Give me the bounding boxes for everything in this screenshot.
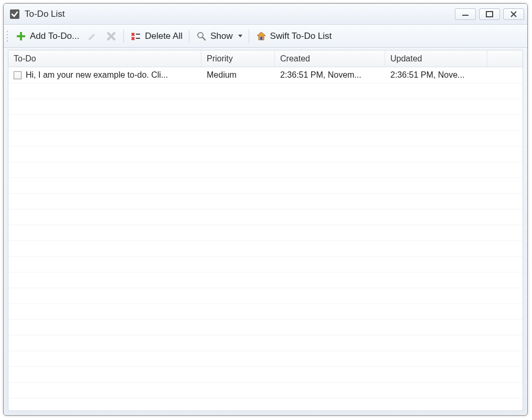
svg-rect-6 (136, 38, 140, 39)
show-label: Show (210, 31, 233, 41)
updated-cell: 2:36:51 PM, Nove... (385, 70, 487, 80)
delete-button (102, 29, 120, 44)
delete-all-button[interactable]: Delete All (127, 29, 186, 44)
chevron-down-icon (238, 35, 242, 37)
x-icon (105, 30, 117, 42)
window-title: To-Do List (25, 9, 455, 19)
toolbar-grip (6, 30, 10, 43)
toolbar: Add To-Do... Delete All (4, 25, 527, 48)
toolbar-separator (249, 29, 249, 43)
show-button[interactable]: Show (193, 29, 246, 44)
magnifier-icon (196, 30, 207, 42)
app-icon (9, 8, 20, 20)
delete-all-icon (130, 30, 142, 42)
created-cell: 2:36:51 PM, Novem... (275, 70, 385, 80)
todo-text: Hi, I am your new example to-do. Cli... (26, 70, 168, 80)
svg-rect-2 (486, 12, 493, 17)
toolbar-separator (189, 29, 189, 43)
table-row[interactable]: Hi, I am your new example to-do. Cli... … (8, 67, 523, 83)
minimize-button[interactable] (455, 8, 476, 20)
delete-all-label: Delete All (145, 31, 183, 41)
close-button[interactable] (503, 8, 524, 20)
todo-list: To-Do Priority Created Updated Hi, I am … (8, 50, 523, 411)
svg-rect-4 (17, 35, 25, 37)
pencil-icon (87, 30, 98, 42)
svg-rect-8 (260, 37, 262, 40)
svg-rect-5 (136, 34, 140, 35)
home-icon (256, 30, 267, 42)
add-todo-button[interactable]: Add To-Do... (12, 29, 82, 44)
plus-icon (15, 30, 27, 42)
swift-todo-label: Swift To-Do List (270, 31, 332, 41)
column-headers: To-Do Priority Created Updated (8, 50, 523, 67)
svg-rect-1 (462, 15, 469, 16)
column-header-updated[interactable]: Updated (385, 50, 487, 67)
column-header-extra (487, 50, 523, 67)
grid-lines (8, 83, 523, 411)
todo-checkbox[interactable] (14, 71, 22, 79)
add-todo-label: Add To-Do... (30, 31, 79, 41)
app-window: To-Do List Add To-Do... (3, 3, 528, 416)
column-header-created[interactable]: Created (275, 50, 385, 67)
titlebar: To-Do List (4, 4, 527, 25)
list-rows: Hi, I am your new example to-do. Cli... … (8, 67, 523, 411)
swift-todo-button[interactable]: Swift To-Do List (252, 29, 335, 44)
priority-cell: Medium (201, 70, 275, 80)
column-header-todo[interactable]: To-Do (8, 50, 201, 67)
toolbar-separator (123, 29, 124, 43)
window-controls (455, 8, 524, 20)
maximize-button[interactable] (479, 8, 500, 20)
edit-button (83, 29, 101, 44)
column-header-priority[interactable]: Priority (201, 50, 275, 67)
